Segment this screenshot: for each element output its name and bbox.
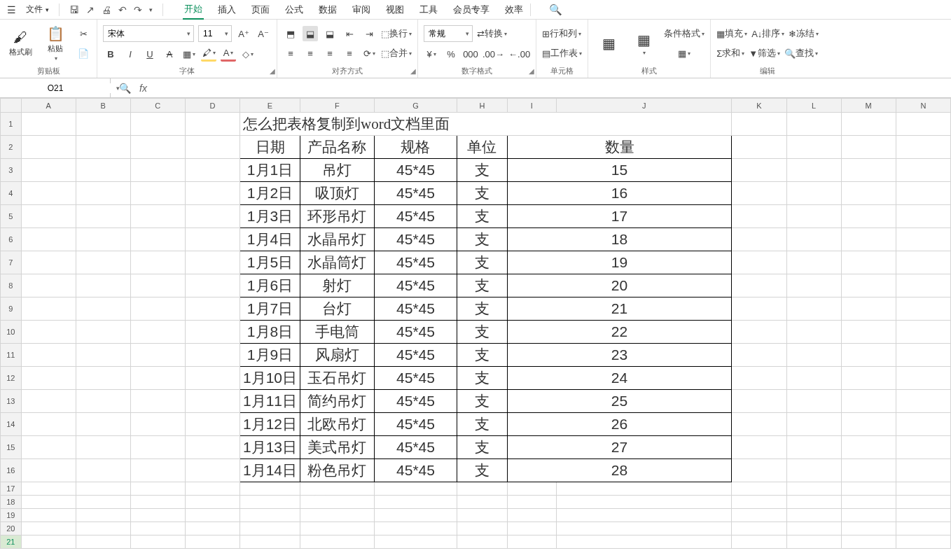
cell-C10[interactable] <box>130 321 185 344</box>
cell-D15[interactable] <box>185 436 240 459</box>
cell-D7[interactable] <box>185 251 240 274</box>
cell-N19[interactable] <box>896 509 950 522</box>
cell-E10[interactable]: 1月8日 <box>240 321 300 344</box>
cell-F7[interactable]: 水晶筒灯 <box>300 251 375 274</box>
cell-M18[interactable] <box>841 496 896 509</box>
cell-F6[interactable]: 水晶吊灯 <box>300 228 375 251</box>
row-header-3[interactable]: 3 <box>1 159 22 182</box>
cell-I1[interactable] <box>786 113 841 136</box>
cell-F13[interactable]: 简约吊灯 <box>300 390 375 413</box>
increase-decimal-icon[interactable]: .00→ <box>483 46 504 62</box>
font-color-button[interactable]: A <box>221 46 236 62</box>
find-button[interactable]: 🔍 查找 <box>784 46 818 61</box>
cell-K17[interactable] <box>732 482 786 496</box>
wrap-text-button[interactable]: ⬚ 换行 <box>381 26 412 41</box>
undo-icon[interactable]: ↶ <box>118 4 127 15</box>
italic-button[interactable]: I <box>123 46 138 62</box>
cell-K2[interactable] <box>732 136 786 159</box>
cell-E19[interactable] <box>240 509 300 522</box>
share-icon[interactable]: ↗ <box>86 4 95 15</box>
tab-数据[interactable]: 数据 <box>317 1 338 19</box>
cell-L18[interactable] <box>786 496 841 509</box>
merge-button[interactable]: ⬚ 合并 <box>381 46 412 61</box>
cell-H7[interactable]: 支 <box>457 251 507 274</box>
cell-H4[interactable]: 支 <box>457 182 507 205</box>
indent-increase-icon[interactable]: ⇥ <box>361 26 377 41</box>
cell-F17[interactable] <box>300 482 375 496</box>
cell-J17[interactable] <box>557 482 732 496</box>
cell-I2[interactable]: 数量 <box>507 136 732 159</box>
cell-C14[interactable] <box>130 413 185 436</box>
cell-M19[interactable] <box>841 509 896 522</box>
format-table-button[interactable]: ▦ <box>594 35 623 52</box>
tab-插入[interactable]: 插入 <box>216 1 237 19</box>
row-header-12[interactable]: 12 <box>1 367 22 390</box>
col-header-F[interactable]: F <box>300 99 375 113</box>
cell-G21[interactable] <box>374 536 457 549</box>
name-box[interactable]: ▾ <box>0 78 111 97</box>
cell-F5[interactable]: 环形吊灯 <box>300 205 375 228</box>
cell-M6[interactable] <box>841 228 896 251</box>
cell-D20[interactable] <box>185 522 240 536</box>
cell-I20[interactable] <box>507 522 556 536</box>
cell-D8[interactable] <box>185 274 240 298</box>
cell-M16[interactable] <box>841 459 896 482</box>
cell-B15[interactable] <box>76 436 130 459</box>
cell-I15[interactable]: 27 <box>507 436 732 459</box>
cell-K12[interactable] <box>732 367 786 390</box>
cell-C21[interactable] <box>130 536 185 549</box>
cell-H6[interactable]: 支 <box>457 228 507 251</box>
cell-B12[interactable] <box>76 367 130 390</box>
cell-L2[interactable] <box>786 136 841 159</box>
cell-N21[interactable] <box>896 536 950 549</box>
cell-F21[interactable] <box>300 536 375 549</box>
cell-I17[interactable] <box>507 482 556 496</box>
cell-A9[interactable] <box>21 298 76 321</box>
strike-button[interactable]: A <box>162 46 177 62</box>
cell-N17[interactable] <box>896 482 950 496</box>
cell-F15[interactable]: 美式吊灯 <box>300 436 375 459</box>
cell-E4[interactable]: 1月2日 <box>240 182 300 205</box>
cell-C16[interactable] <box>130 459 185 482</box>
cell-F2[interactable]: 产品名称 <box>300 136 375 159</box>
row-header-9[interactable]: 9 <box>1 298 22 321</box>
cell-C17[interactable] <box>130 482 185 496</box>
cell-E9[interactable]: 1月7日 <box>240 298 300 321</box>
cell-K16[interactable] <box>732 459 786 482</box>
cell-B14[interactable] <box>76 413 130 436</box>
cell-H15[interactable]: 支 <box>457 436 507 459</box>
cell-M12[interactable] <box>841 367 896 390</box>
copy-icon[interactable]: 📄 <box>76 46 91 61</box>
cell-A1[interactable] <box>21 113 76 136</box>
currency-icon[interactable]: ¥ <box>424 46 439 62</box>
cell-B3[interactable] <box>76 159 130 182</box>
cell-A6[interactable] <box>21 228 76 251</box>
cell-G10[interactable]: 45*45 <box>374 321 457 344</box>
cell-K6[interactable] <box>732 228 786 251</box>
cell-L15[interactable] <box>786 436 841 459</box>
col-header-J[interactable]: J <box>557 99 732 113</box>
col-header-M[interactable]: M <box>841 99 896 113</box>
convert-button[interactable]: ⇄ 转换 <box>477 26 507 41</box>
cell-L20[interactable] <box>786 522 841 536</box>
cell-E5[interactable]: 1月3日 <box>240 205 300 228</box>
cell-E7[interactable]: 1月5日 <box>240 251 300 274</box>
cell-N6[interactable] <box>896 228 950 251</box>
tab-工具[interactable]: 工具 <box>418 1 439 19</box>
cell-C11[interactable] <box>130 344 185 367</box>
cell-A13[interactable] <box>21 390 76 413</box>
cell-N16[interactable] <box>896 459 950 482</box>
sum-button[interactable]: Σ 求和 <box>716 46 744 61</box>
cell-M9[interactable] <box>841 298 896 321</box>
cell-F19[interactable] <box>300 509 375 522</box>
cell-G8[interactable]: 45*45 <box>374 274 457 298</box>
cell-I5[interactable]: 17 <box>507 205 732 228</box>
cell-B1[interactable] <box>76 113 130 136</box>
cell-G7[interactable]: 45*45 <box>374 251 457 274</box>
cell-N11[interactable] <box>896 344 950 367</box>
cell-J21[interactable] <box>557 536 732 549</box>
cell-K3[interactable] <box>732 159 786 182</box>
cell-L7[interactable] <box>786 251 841 274</box>
cell-C5[interactable] <box>130 205 185 228</box>
cell-A12[interactable] <box>21 367 76 390</box>
